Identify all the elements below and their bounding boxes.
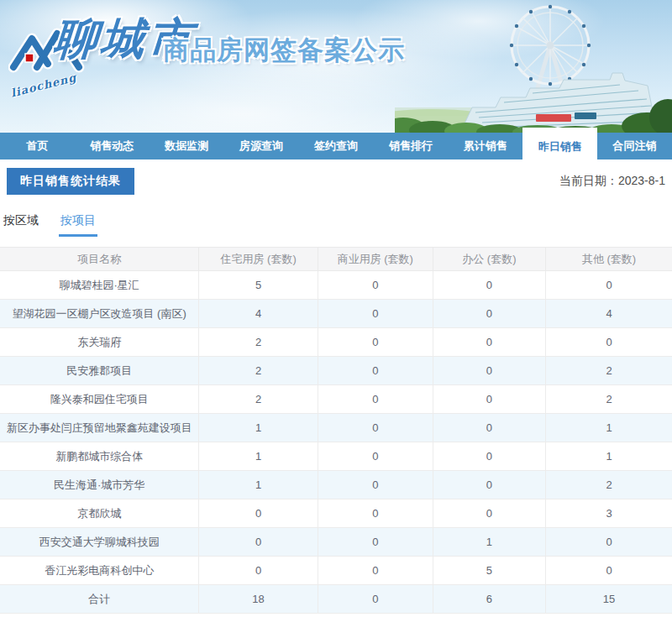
count-cell: 0 — [433, 499, 545, 528]
count-cell: 0 — [433, 328, 545, 357]
count-cell: 0 — [433, 471, 545, 499]
table-row: 香江光彩电商科创中心0050 — [0, 557, 672, 585]
table-row: 民安雅郡项目2002 — [0, 357, 672, 385]
nav-tab-signing-query[interactable]: 签约查询 — [299, 133, 374, 159]
count-cell: 2 — [546, 471, 672, 499]
nav-tab-contract-cancellation[interactable]: 合同注销 — [597, 133, 672, 159]
nav-tab-data-monitoring[interactable]: 数据监测 — [150, 133, 224, 159]
column-header: 项目名称 — [0, 248, 199, 271]
table-row: 西安交通大学聊城科技园0010 — [0, 528, 672, 557]
count-cell: 0 — [318, 499, 433, 528]
count-cell: 2 — [199, 385, 318, 414]
count-cell: 1 — [433, 528, 545, 557]
count-cell: 0 — [318, 385, 433, 414]
count-cell: 0 — [546, 328, 672, 357]
count-cell: 0 — [199, 557, 318, 585]
count-cell: 1 — [546, 442, 672, 471]
count-cell: 4 — [546, 300, 672, 328]
count-cell: 0 — [318, 271, 433, 300]
project-name-cell: 合计 — [0, 585, 199, 614]
count-cell: 1 — [199, 471, 318, 499]
count-cell: 18 — [199, 585, 318, 614]
project-name-cell: 东关瑞府 — [0, 328, 199, 357]
project-name-cell: 西安交通大学聊城科技园 — [0, 528, 199, 557]
nav-tab-sales-ranking[interactable]: 销售排行 — [373, 133, 448, 159]
count-cell: 0 — [433, 357, 545, 385]
nav-tab-yesterday-sales[interactable]: 昨日销售 — [522, 128, 597, 165]
count-cell: 0 — [318, 357, 433, 385]
count-cell: 0 — [318, 300, 433, 328]
project-name-cell: 香江光彩电商科创中心 — [0, 557, 199, 585]
column-header: 其他 (套数) — [546, 248, 672, 271]
count-cell: 0 — [433, 300, 545, 328]
table-row: 聊城碧桂园·星汇5000 — [0, 271, 672, 300]
table-row: 民生海通·城市芳华1002 — [0, 471, 672, 499]
count-cell: 0 — [199, 499, 318, 528]
count-cell: 0 — [318, 414, 433, 442]
content-area: 昨日销售统计结果 当前日期：2023-8-1 按区域按项目 项目名称住宅用房 (… — [0, 168, 672, 614]
column-header: 住宅用房 (套数) — [199, 248, 318, 271]
table-header-row: 项目名称住宅用房 (套数)商业用房 (套数)办公 (套数)其他 (套数) — [0, 248, 672, 271]
count-cell: 15 — [546, 585, 672, 614]
table-total-row: 合计180615 — [0, 585, 672, 614]
count-cell: 0 — [546, 528, 672, 557]
count-cell: 1 — [199, 414, 318, 442]
project-name-cell: 新鹏都城市综合体 — [0, 442, 199, 471]
nav-bar: 首页销售动态数据监测房源查询签约查询销售排行累计销售昨日销售合同注销 — [0, 133, 672, 159]
city-scene-illustration — [395, 0, 672, 133]
count-cell: 0 — [433, 442, 545, 471]
count-cell: 2 — [199, 328, 318, 357]
table-body: 聊城碧桂园·星汇5000望湖花园一区棚户区改造项目 (南区)4004东关瑞府20… — [0, 271, 672, 614]
count-cell: 0 — [318, 442, 433, 471]
nav-tab-sales-dynamics[interactable]: 销售动态 — [75, 133, 150, 159]
count-cell: 2 — [546, 357, 672, 385]
project-name-cell: 望湖花园一区棚户区改造项目 (南区) — [0, 300, 199, 328]
count-cell: 0 — [546, 271, 672, 300]
count-cell: 5 — [433, 557, 545, 585]
count-cell: 5 — [199, 271, 318, 300]
nav-tab-housing-query[interactable]: 房源查询 — [224, 133, 299, 159]
project-name-cell: 隆兴泰和园住宅项目 — [0, 385, 199, 414]
project-name-cell: 民生海通·城市芳华 — [0, 471, 199, 499]
project-name-cell: 聊城碧桂园·星汇 — [0, 271, 199, 300]
current-date: 当前日期：2023-8-1 — [559, 174, 665, 189]
count-cell: 1 — [199, 442, 318, 471]
column-header: 办公 (套数) — [433, 248, 545, 271]
count-cell: 0 — [318, 471, 433, 499]
count-cell: 0 — [433, 385, 545, 414]
site-title-main: 商品房网签备案公示 — [163, 37, 405, 63]
subtab-by-region[interactable]: 按区域 — [2, 213, 40, 237]
table-row: 隆兴泰和园住宅项目2002 — [0, 385, 672, 414]
subtab-by-project[interactable]: 按项目 — [59, 213, 97, 237]
nav-tab-cumulative-sales[interactable]: 累计销售 — [448, 133, 522, 159]
section-title-badge: 昨日销售统计结果 — [7, 168, 134, 195]
count-cell: 0 — [433, 414, 545, 442]
count-cell: 0 — [318, 585, 433, 614]
table-row: 东关瑞府2000 — [0, 328, 672, 357]
subtabs: 按区域按项目 — [2, 213, 672, 237]
page: liaocheng 聊城市 商品房网签备案公示 首页销售动态数据监测房源查询签约… — [0, 0, 672, 617]
project-name-cell: 京都欣城 — [0, 499, 199, 528]
count-cell: 6 — [433, 585, 545, 614]
current-date-label: 当前日期： — [559, 174, 618, 187]
project-name-cell: 民安雅郡项目 — [0, 357, 199, 385]
table-row: 望湖花园一区棚户区改造项目 (南区)4004 — [0, 300, 672, 328]
count-cell: 0 — [433, 271, 545, 300]
count-cell: 0 — [199, 528, 318, 557]
table-row: 新区办事处闫庄预留地聚鑫苑建设项目1001 — [0, 414, 672, 442]
sales-table: 项目名称住宅用房 (套数)商业用房 (套数)办公 (套数)其他 (套数) 聊城碧… — [0, 247, 672, 614]
count-cell: 4 — [199, 300, 318, 328]
count-cell: 2 — [546, 385, 672, 414]
site-header-banner: liaocheng 聊城市 商品房网签备案公示 — [0, 0, 672, 133]
nav-tab-home[interactable]: 首页 — [0, 133, 75, 159]
count-cell: 0 — [318, 528, 433, 557]
count-cell: 2 — [199, 357, 318, 385]
table-row: 新鹏都城市综合体1001 — [0, 442, 672, 471]
count-cell: 0 — [318, 557, 433, 585]
current-date-value: 2023-8-1 — [618, 174, 665, 187]
column-header: 商业用房 (套数) — [318, 248, 433, 271]
project-name-cell: 新区办事处闫庄预留地聚鑫苑建设项目 — [0, 414, 199, 442]
count-cell: 3 — [546, 499, 672, 528]
count-cell: 0 — [546, 557, 672, 585]
count-cell: 0 — [318, 328, 433, 357]
